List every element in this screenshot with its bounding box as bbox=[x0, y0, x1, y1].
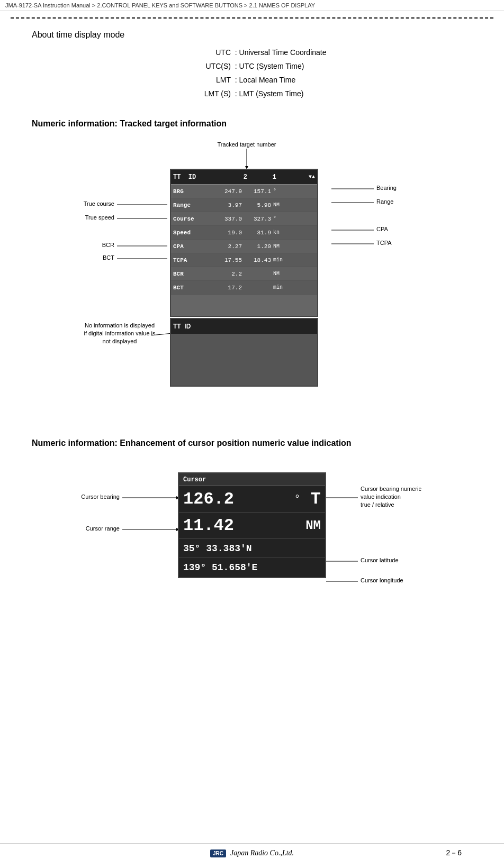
time-def-lmt: LMT : Local Mean Time bbox=[188, 76, 358, 84]
bct-label: BCT bbox=[103, 254, 114, 261]
time-definitions: UTC : Universal Time Coordinate UTC(S) :… bbox=[74, 48, 472, 98]
cursor-display: Cursor 126.2 ° T 11.42 NM 35° 33.383' bbox=[178, 472, 326, 578]
utc-desc: : Universal Time Coordinate bbox=[233, 48, 327, 57]
cursor-diagram-wrapper: Cursor bearing Cursor range Cursor beari… bbox=[67, 456, 437, 636]
radar-row-bcr: BCR 2.2 NM bbox=[171, 267, 317, 281]
lmts-abbr: LMT (S) bbox=[188, 89, 231, 98]
lmt-desc: : Local Mean Time bbox=[233, 76, 295, 84]
bcr-label: BCR bbox=[102, 242, 114, 248]
radar-blank-top: TT ID bbox=[171, 319, 317, 334]
bearing-label: Bearing bbox=[376, 185, 397, 191]
dashed-divider bbox=[11, 17, 493, 19]
cursor-title-text: Cursor bbox=[183, 476, 206, 483]
time-def-lmts: LMT (S) : LMT (System Time) bbox=[188, 89, 358, 98]
radar-screen: TT ID 2 1 ▼▲ BRG 247.9 157.1 ° bbox=[170, 169, 318, 317]
time-display-section: About time display mode UTC : Universal … bbox=[32, 30, 472, 98]
radar-row-brg: BRG 247.9 157.1 ° bbox=[171, 185, 317, 198]
lmt-abbr: LMT bbox=[188, 76, 231, 84]
cpa-label: CPA bbox=[376, 226, 388, 232]
footer-logo: JRC Japan Radio Co.,Ltd. bbox=[210, 849, 294, 857]
cursor-section: Numeric information: Enhancement of curs… bbox=[32, 438, 472, 636]
utcs-abbr: UTC(S) bbox=[188, 62, 231, 70]
utcs-desc: : UTC (System Time) bbox=[233, 62, 304, 70]
cursor-longitude-label: Cursor longitude bbox=[361, 577, 403, 583]
radar-row-cpa: CPA 2.27 1.20 NM bbox=[171, 240, 317, 253]
true-course-label: True course bbox=[84, 200, 114, 207]
time-def-utc: UTC : Universal Time Coordinate bbox=[188, 48, 358, 57]
radar-blank-panel: TT ID bbox=[170, 318, 318, 387]
no-info-label-line3: not displayed bbox=[103, 338, 137, 344]
time-display-title: About time display mode bbox=[32, 30, 472, 40]
radar-row-tcpa: TCPA 17.55 18.43 min bbox=[171, 253, 317, 267]
company-name: Japan Radio Co.,Ltd. bbox=[230, 849, 294, 857]
cursor-title-bar: Cursor bbox=[179, 473, 325, 486]
cursor-lon-row: 139° 51.658'E bbox=[179, 558, 325, 577]
cursor-bearing-row: 126.2 ° T bbox=[179, 486, 325, 513]
time-def-utcs: UTC(S) : UTC (System Time) bbox=[188, 62, 358, 70]
range-label: Range bbox=[376, 198, 393, 205]
cursor-bearing-label: Cursor bearing bbox=[81, 494, 120, 500]
cursor-lon-value: 139° 51.658'E bbox=[183, 562, 257, 573]
tt-val1: 2 bbox=[215, 173, 247, 181]
radar-row-course: Course 337.0 327.3 ° bbox=[171, 212, 317, 226]
tracked-target-section: Numeric information: Tracked target info… bbox=[32, 119, 472, 412]
tracked-number-label: Tracked target number bbox=[218, 141, 276, 148]
tt-val2: 1 bbox=[247, 173, 276, 181]
cursor-lat-row: 35° 33.383'N bbox=[179, 539, 325, 558]
cursor-screen: Cursor 126.2 ° T 11.42 NM 35° 33.383' bbox=[178, 472, 326, 578]
true-speed-label: True speed bbox=[85, 214, 114, 221]
cursor-range-row: 11.42 NM bbox=[179, 513, 325, 539]
tracked-target-screen: TT ID 2 1 ▼▲ BRG 247.9 157.1 ° bbox=[170, 169, 318, 387]
cursor-bearing-deg: ° bbox=[294, 493, 301, 505]
tcpa-label: TCPA bbox=[376, 240, 392, 246]
tracked-target-heading: Numeric information: Tracked target info… bbox=[32, 119, 472, 129]
cursor-lat-value: 35° 33.383'N bbox=[183, 543, 252, 554]
cursor-latitude-label: Cursor latitude bbox=[361, 557, 399, 563]
radar-header-row: TT ID 2 1 ▼▲ bbox=[171, 170, 317, 185]
tracked-target-diagram: Tracked target number Bearing Range True… bbox=[32, 137, 472, 412]
tracked-diagram-wrapper: Tracked target number Bearing Range True… bbox=[67, 137, 437, 412]
radar-row-speed: Speed 19.0 31.9 kn bbox=[171, 226, 317, 240]
radar-row-range: Range 3.97 5.98 NM bbox=[171, 198, 317, 212]
breadcrumb: JMA-9172-SA Instruction Manual > 2.CONTR… bbox=[0, 0, 504, 11]
cursor-bearing-T: T bbox=[301, 489, 321, 509]
cursor-range-label: Cursor range bbox=[86, 525, 120, 532]
no-info-label-line1: No information is displayed bbox=[85, 322, 155, 328]
utc-abbr: UTC bbox=[188, 48, 231, 57]
radar-row-bct: BCT 17.2 min bbox=[171, 281, 317, 295]
page-number: 2－6 bbox=[446, 848, 462, 858]
jrc-badge: JRC bbox=[210, 849, 226, 857]
tt-arrows: ▼▲ bbox=[276, 174, 315, 180]
cursor-heading: Numeric information: Enhancement of curs… bbox=[32, 438, 472, 448]
cursor-range-value: 11.42 bbox=[183, 516, 305, 535]
no-info-label-line2: if digital information value is bbox=[84, 330, 156, 336]
lmts-desc: : LMT (System Time) bbox=[233, 89, 304, 98]
cursor-diagram: Cursor bearing Cursor range Cursor beari… bbox=[32, 456, 472, 636]
cursor-bearing-info-2: value indication bbox=[361, 494, 401, 500]
footer: JRC Japan Radio Co.,Ltd. 2－6 bbox=[0, 843, 504, 857]
tt-id-label: TT ID bbox=[173, 173, 215, 181]
cursor-bearing-info-3: true / relative bbox=[361, 501, 394, 508]
cursor-bearing-value: 126.2 bbox=[183, 489, 294, 509]
cursor-range-unit: NM bbox=[305, 518, 321, 533]
main-content: About time display mode UTC : Universal … bbox=[0, 25, 504, 668]
cursor-bearing-info-1: Cursor bearing numeric bbox=[361, 486, 421, 492]
